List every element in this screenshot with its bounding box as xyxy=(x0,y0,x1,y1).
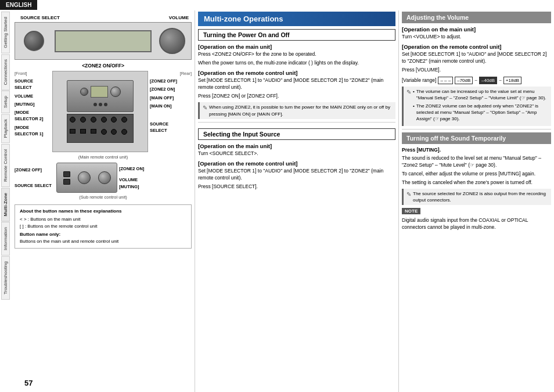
sidebar-tab-information[interactable]: Information xyxy=(1,222,10,256)
zone2-onoff-label: <ZONE2 ON/OFF> xyxy=(15,63,192,69)
sidebar-tab-playback[interactable]: Playback xyxy=(1,114,10,143)
front-dot-3 xyxy=(104,103,107,106)
divider-1 xyxy=(198,122,395,123)
sidebar: Getting Started Connections Setup Playba… xyxy=(0,12,10,392)
sub-remote-section: [ZONE2 OFF] SOURCE SELECT [ZONE2 ON] VOL… xyxy=(15,163,192,193)
right-s2-text2: To cancel, either adjust the volume or p… xyxy=(402,171,551,178)
section2-op2-text2: Press [SOURCE SELECT]. xyxy=(198,184,395,190)
right-s1-op2-header: [Operation on the remote control unit] xyxy=(402,44,551,50)
left-panel: SOURCE SELECT VOLUME <ZONE2 ON/OFF> [Fro… xyxy=(12,10,195,392)
label-sub-source-select: SOURCE SELECT xyxy=(15,182,56,189)
right-s2-text3: The setting is canceled when the zone's … xyxy=(402,179,551,186)
bullet-1: • The volume can be increased up to the … xyxy=(413,88,548,101)
right-s2-note-label-container: NOTE Digital audio signals input from th… xyxy=(402,207,551,231)
right-panel: Adjusting the Volume [Operation on the m… xyxy=(398,10,554,392)
right-s1-op2-text2: Press [VOLUME]. xyxy=(402,67,551,74)
main-content: SOURCE SELECT VOLUME <ZONE2 ON/OFF> [Fro… xyxy=(12,10,554,392)
section1-op1-text: Press <ZONE2 ON/OFF> for the zone to be … xyxy=(198,51,395,58)
sub-knob-2 xyxy=(98,171,111,184)
label-sub-muting: [MUTING] xyxy=(119,184,167,190)
label-mode-sel-2: [MODESELECTOR 2] xyxy=(15,109,52,123)
right-s2-note-bottom: Digital audio signals input from the COA… xyxy=(402,217,551,231)
sidebar-tab-setup[interactable]: Setup xyxy=(1,91,10,113)
sidebar-tab-connections[interactable]: Connections xyxy=(1,54,10,90)
legend-line-4: Buttons on the main unit and remote cont… xyxy=(20,238,186,245)
label-sub-zone2-off: [ZONE2 OFF] xyxy=(15,167,56,173)
label-volume: VOLUME xyxy=(15,93,52,99)
main-section-header: Multi-zone Operations xyxy=(198,12,395,26)
right-section1-op2: [Operation on the remote control unit] S… xyxy=(402,44,551,74)
right-divider-1 xyxy=(402,129,551,130)
sidebar-tab-multi-zone[interactable]: Multi-Zone xyxy=(1,188,10,221)
bullet-2: • The ZONE2 volume can be adjusted only … xyxy=(413,103,548,123)
label-zone2-on: [ZONE2 ON] xyxy=(150,86,192,92)
range-tilde-2: ~ xyxy=(499,78,502,83)
sub-knob-1 xyxy=(78,171,91,184)
range-value-0: – – – xyxy=(438,77,453,84)
section1-op1-header: [Operation on the main unit] xyxy=(198,44,395,50)
display-screen xyxy=(55,30,152,52)
legend-line-3: Button name only: xyxy=(20,231,186,238)
section1-note: ✎ When using ZONE2, it is possible to tu… xyxy=(198,102,395,118)
center-panel: Multi-zone Operations Turning the Power … xyxy=(195,10,398,392)
right-note-box: ✎ • The volume can be increased up to th… xyxy=(402,87,551,126)
volume-top-label: VOLUME xyxy=(169,15,189,20)
section1-op2-text2: Press [ZONE2 ON] or [ZONE2 OFF]. xyxy=(198,93,395,100)
label-sub-zone2-on: [ZONE2 ON] xyxy=(119,166,167,172)
rear-panel xyxy=(67,114,134,143)
section1-op1-text2: When the power turns on, the multi-zone … xyxy=(198,60,395,67)
bullet-2-text: The ZONE2 volume can be adjusted only wh… xyxy=(416,103,548,123)
front-label: [Front] xyxy=(15,71,52,76)
front-knob-right xyxy=(110,87,121,97)
english-tab: ENGLISH xyxy=(0,0,37,10)
variable-range: [Variable range] – – – –70dB ~ –40dB ~ +… xyxy=(402,77,551,84)
note-icon-1: ✎ xyxy=(203,104,207,112)
range-tilde-1: ~ xyxy=(474,78,477,83)
legend-title: About the button names in these explanat… xyxy=(20,208,186,215)
label-source-select: SOURCESELECT xyxy=(15,78,52,91)
source-select-top-label: SOURCE SELECT xyxy=(20,15,60,20)
label-source-select-right: SOURCESELECT xyxy=(150,121,192,134)
range-value-3: –40dB xyxy=(479,77,497,84)
main-remote-label: (Main remote control unit) xyxy=(15,154,192,160)
section2-op1: [Operation on the main unit] Turn <SOURC… xyxy=(198,143,395,157)
sidebar-tab-remote-control[interactable]: Remote Control xyxy=(1,144,10,187)
right-s2-text1: The sound is reduced to the level set at… xyxy=(402,155,551,169)
section2-op2-header: [Operation on the remote control unit] xyxy=(198,160,395,167)
range-value-5: +18dB xyxy=(503,77,521,84)
label-mode-sel-1: [MODESELECTOR 1] xyxy=(15,124,52,138)
section2-op1-header: [Operation on the main unit] xyxy=(198,143,395,149)
source-select-knob xyxy=(24,31,44,51)
label-main-on: [MAIN ON] xyxy=(150,103,192,109)
right-s1-op2-text: Set [MODE SELECTOR 1] to "AUDIO" and [MO… xyxy=(402,51,551,65)
right-section2-header: Turning off the Sound Temporarily xyxy=(402,132,551,144)
label-muting: [MUTING] xyxy=(15,101,52,107)
label-sub-volume: VOLUME xyxy=(119,177,167,183)
legend-box: About the button names in these explanat… xyxy=(15,204,192,249)
right-s2-note-icon: ✎ xyxy=(406,190,411,199)
variable-range-label: [Variable range] xyxy=(402,77,436,83)
right-note-icon: ✎ xyxy=(406,88,411,96)
section1-op2-header: [Operation on the remote control unit] xyxy=(198,70,395,76)
right-s2-note: ✎ The source selected for ZONE2 is also … xyxy=(402,189,551,205)
right-s2-note-label: NOTE xyxy=(402,208,420,214)
front-dot-1 xyxy=(93,103,97,106)
right-section1-op1: [Operation on the main unit] Turn <VOLUM… xyxy=(402,26,551,41)
section1-note-text: When using ZONE2, it is possible to turn… xyxy=(209,104,393,117)
bullet-1-text: The volume can be increased up to the va… xyxy=(416,88,548,101)
section1-op2: [Operation on the remote control unit] S… xyxy=(198,70,395,100)
right-s2-note-text: The source selected for ZONE2 is also ou… xyxy=(413,190,548,203)
volume-knob xyxy=(159,28,185,54)
section2-op1-text: Turn <SOURCE SELECT>. xyxy=(198,150,395,157)
front-dot-2 xyxy=(99,103,102,106)
section1-header: Turning the Power On and Off xyxy=(198,29,395,41)
right-bullets: • The volume can be increased up to the … xyxy=(413,88,548,124)
sub-remote-label: (Sub remote control unit) xyxy=(15,195,192,200)
range-value-1: –70dB xyxy=(455,77,473,84)
right-s1-op1-text: Turn <VOLUME> to adjust. xyxy=(402,34,551,41)
sidebar-tab-troubleshooting[interactable]: Troubleshooting xyxy=(1,256,10,300)
section1-op2-text: Set [MODE SELECTOR 1] to "AUDIO" and [MO… xyxy=(198,77,395,91)
page-number: 57 xyxy=(24,379,33,387)
section2-op2-text: Set [MODE SELECTOR 1] to "AUDIO" and [MO… xyxy=(198,168,395,182)
sidebar-tab-getting-started[interactable]: Getting Started xyxy=(1,12,10,53)
